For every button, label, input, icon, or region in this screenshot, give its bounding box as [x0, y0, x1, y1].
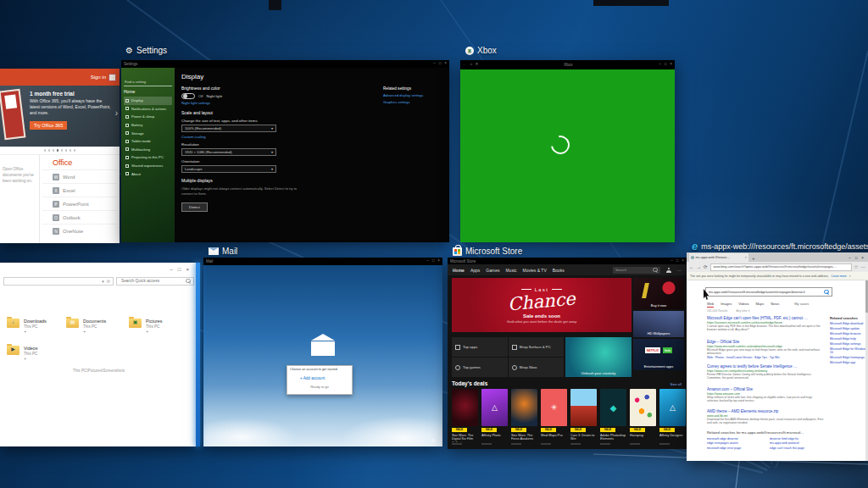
related-search-link: Microsoft Edge download — [830, 322, 867, 325]
mail-window-thumbnail[interactable]: Mail –□× Choose an account to get starte… — [203, 258, 442, 446]
xbox-label-text: Xbox — [477, 46, 497, 55]
todays-deals-heading: Today's deals — [452, 380, 487, 386]
tab-music: Music — [505, 268, 516, 273]
xbox-thumbnail-label[interactable]: x Xbox — [465, 46, 497, 55]
refresh-icon: ⟳ — [107, 279, 110, 284]
back-icon: ← — [463, 63, 467, 67]
advanced-display-link: Advanced display settings — [383, 93, 444, 97]
bing-search-box: ms-appx-web///resources/ft.microsoftedge… — [705, 287, 832, 297]
office-app-onenote: NOneNote — [42, 224, 117, 237]
dropdown-icon: ▾ — [271, 167, 273, 171]
downloads-folder-icon: ↓ — [7, 319, 19, 328]
dropdown-icon: ▾ — [102, 279, 104, 284]
poster-image: ✳ — [541, 389, 567, 426]
settings-titlebar: Settings –□× — [121, 60, 449, 68]
mail-titlebar: Mail –□× — [203, 258, 442, 265]
edge-window-thumbnail[interactable]: ms-appx-web:///resour…× + –□× ← → ⟳ www.… — [687, 252, 868, 461]
explorer-search-box — [116, 277, 194, 286]
minimize-icon: – — [426, 259, 429, 263]
store-nav: Home Apps Games Music Movies & TV Books … — [448, 264, 687, 275]
related-searches-footer: Related searches for ms-appx-web///resou… — [707, 430, 826, 450]
sign-in-button: Sign in — [91, 75, 106, 80]
settings-nav-storage: Storage — [124, 129, 172, 137]
display-icon — [125, 99, 129, 103]
powerpoint-icon: P — [53, 201, 59, 208]
settings-label-text: Settings — [136, 46, 167, 55]
pin-icon: ✦ — [24, 357, 37, 361]
mail-titlebar-title: Mail — [206, 259, 213, 263]
see-all-link: See all — [670, 382, 682, 386]
deal-card: △SALEAffinity Photo — [481, 389, 508, 445]
surface-icon — [512, 345, 517, 350]
storage-icon — [125, 131, 129, 135]
settings-nav-multitasking: Multitasking — [124, 146, 172, 154]
explorer-search-input — [120, 278, 184, 284]
edge-label-text: ms-appx-web:///resources/ft.microsoftedg… — [701, 242, 868, 251]
tab-web: Web — [707, 302, 714, 308]
file-explorer-window-thumbnail[interactable]: – □ × ▾ ⟳ ↓ DownloadsThis PC✦ ▤ Document… — [0, 263, 198, 446]
related-search-link: Microsoft Edge update — [830, 327, 867, 330]
settings-window-thumbnail[interactable]: Settings –□× Home Display Notifications … — [121, 60, 449, 242]
settings-thumbnail-label[interactable]: ⚙ Settings — [125, 46, 167, 55]
address-field: ▾ ⟳ — [3, 277, 114, 286]
multiple-displays-heading: Multiple displays — [181, 178, 442, 183]
orientation-label: Orientation — [181, 159, 442, 164]
search-result: Comey agrees to testify before Senate In… — [707, 364, 824, 380]
promo-tile-wallpapers: HD Wallpapers — [633, 311, 684, 337]
office-hero-carousel: 1 month free trial With Office 365, you'… — [0, 86, 120, 147]
carousel-dots — [0, 147, 120, 154]
store-window-thumbnail[interactable]: Microsoft Store –□× Home Apps Games Musi… — [448, 258, 687, 449]
word-icon: W — [53, 174, 59, 180]
my-saves-link: My saves — [794, 302, 809, 308]
browser-tab: ms-appx-web:///resour…× — [689, 253, 748, 262]
search-result: AMD theme – AMD Elements resource.zipwww… — [707, 409, 824, 425]
office-window-thumbnail[interactable]: Sign in 1 month free trial With Office 3… — [0, 69, 120, 243]
xbox-window-thumbnail[interactable]: ←⌂≡ Xbox –□× — [460, 60, 675, 242]
store-thumbnail-label[interactable]: Microsoft Store — [453, 246, 522, 256]
poster-image — [511, 389, 537, 426]
maximize-icon: □ — [178, 267, 181, 272]
mail-thumbnail-label[interactable]: Mail — [209, 247, 237, 256]
learn-more-link: Learn more — [832, 274, 847, 278]
search-icon — [653, 268, 658, 273]
tablet-icon — [125, 140, 129, 143]
close-icon: × — [186, 267, 189, 272]
carousel-next-icon: › — [115, 108, 118, 118]
office-app-excel: XExcel — [42, 183, 117, 197]
apps-grid-icon — [455, 345, 460, 350]
settings-content: Display Brightness and color OffNight li… — [175, 68, 449, 242]
detect-button: Detect — [181, 202, 208, 212]
add-account-dialog: Choose an account to get started + Add a… — [287, 365, 353, 395]
resolution-select: 1920 × 1080 (Recommended)▾ — [181, 148, 276, 156]
related-search-link: Microsoft Edge app — [830, 361, 867, 364]
minimize-icon: – — [433, 62, 436, 66]
related-search-link: microsoft edge dnserror — [707, 437, 763, 441]
edge-thumbnail-label[interactable]: e ms-appx-web:///resources/ft.microsofte… — [692, 241, 868, 252]
gear-icon: ⚙ — [125, 47, 133, 55]
microsoft-store-icon — [453, 247, 462, 256]
store-content: Last Chance Sale ends soon Grab what you… — [448, 275, 687, 449]
tab-apps: Apps — [470, 268, 480, 273]
hero-caption: Grab what you want before the deals get … — [507, 319, 577, 324]
search-icon — [824, 290, 829, 295]
quick-link-shop-xbox: Shop Xbox — [509, 358, 565, 377]
toggle-icon — [181, 93, 195, 99]
explorer-window-edge-accent — [196, 263, 200, 446]
settings-titlebar-title: Settings — [124, 62, 137, 66]
store-search-box: Search — [613, 267, 660, 274]
office-app-outlook: OOutlook — [42, 210, 117, 224]
xbox-titlebar: ←⌂≡ Xbox –□× — [460, 60, 675, 69]
related-searches-rail: Related searches Microsoft Edge download… — [830, 316, 867, 364]
maximize-icon: □ — [855, 256, 858, 260]
projecting-icon — [125, 156, 129, 159]
settings-home-label: Home — [124, 89, 172, 94]
deal-cards: SALEStar Wars: The Digital Six Film Coll… — [452, 389, 686, 445]
bing-results-page: ms-appx-web///resources/ft.microsoftedge… — [687, 280, 868, 461]
settings-nav-projecting: Projecting to this PC — [124, 153, 172, 162]
deal-card: SALEHairspray — [630, 389, 656, 445]
tab-games: Games — [486, 268, 499, 273]
settings-search-input — [124, 79, 172, 86]
hero-title: Chance — [507, 290, 576, 313]
close-icon: × — [670, 63, 672, 67]
folder-pictures: ▣ PicturesThis PC✦ — [129, 319, 186, 334]
